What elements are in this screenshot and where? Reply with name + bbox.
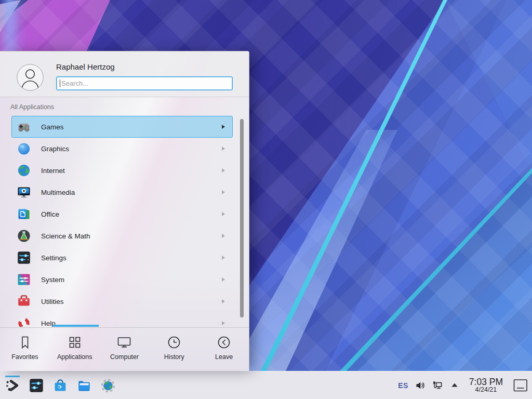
folder-icon bbox=[77, 378, 91, 393]
submenu-arrow-icon bbox=[222, 256, 225, 260]
header-divider bbox=[0, 97, 249, 97]
graphics-icon bbox=[17, 142, 31, 155]
active-task-indicator bbox=[5, 376, 20, 377]
section-label: All Applications bbox=[10, 103, 54, 111]
taskbar-launchers bbox=[5, 378, 115, 393]
leave-icon bbox=[216, 335, 232, 350]
category-graphics[interactable]: Graphics bbox=[11, 138, 233, 159]
category-multimedia[interactable]: Multimedia bbox=[11, 181, 233, 203]
clock-time: 7:03 PM bbox=[469, 377, 503, 387]
application-launcher-button[interactable] bbox=[5, 378, 20, 393]
globe-gear-icon bbox=[101, 378, 115, 393]
volume-icon[interactable] bbox=[415, 380, 425, 391]
monitor-icon bbox=[116, 335, 132, 350]
submenu-arrow-icon bbox=[222, 321, 225, 325]
search-input[interactable] bbox=[56, 76, 233, 90]
system-tray: ES bbox=[398, 380, 460, 391]
show-desktop-icon bbox=[513, 379, 528, 392]
category-help[interactable]: Help bbox=[11, 312, 233, 327]
active-tab-indicator bbox=[53, 325, 99, 327]
help-icon bbox=[17, 316, 31, 327]
submenu-arrow-icon bbox=[222, 168, 225, 172]
tab-history[interactable]: History bbox=[149, 328, 199, 371]
category-office[interactable]: Office bbox=[11, 203, 233, 225]
office-icon bbox=[17, 207, 31, 221]
submenu-arrow-icon bbox=[222, 277, 225, 282]
application-launcher-popup: Raphael Hertzog All Applications bbox=[0, 51, 249, 371]
category-settings[interactable]: Settings bbox=[11, 247, 233, 269]
tab-leave[interactable]: Leave bbox=[199, 328, 249, 371]
games-icon bbox=[17, 120, 31, 134]
taskbar: ES 7:03 PM 4/ bbox=[0, 371, 532, 399]
category-science-math[interactable]: Science & Math bbox=[11, 225, 233, 247]
list-scrollbar[interactable] bbox=[240, 119, 244, 317]
submenu-arrow-icon bbox=[222, 125, 225, 129]
user-avatar[interactable] bbox=[17, 64, 44, 91]
submenu-arrow-icon bbox=[222, 299, 225, 303]
file-manager-button[interactable] bbox=[77, 378, 91, 393]
tab-favorites[interactable]: Favorites bbox=[0, 328, 50, 371]
tab-applications[interactable]: Applications bbox=[50, 328, 100, 371]
submenu-arrow-icon bbox=[222, 147, 225, 151]
search-field-wrap bbox=[56, 76, 233, 90]
category-system[interactable]: System bbox=[11, 269, 233, 290]
submenu-arrow-icon bbox=[222, 190, 225, 194]
bookmark-icon bbox=[17, 335, 33, 350]
internet-icon bbox=[17, 164, 31, 177]
science-icon bbox=[17, 229, 31, 243]
utilities-icon bbox=[17, 295, 31, 308]
launcher-tab-bar: Favorites Applications C bbox=[0, 328, 249, 371]
submenu-arrow-icon bbox=[222, 212, 225, 216]
keyboard-layout-indicator[interactable]: ES bbox=[398, 381, 408, 390]
clock-icon bbox=[166, 335, 182, 350]
show-desktop-button[interactable] bbox=[513, 379, 528, 392]
desktop: ES 7:03 PM 4/ bbox=[0, 0, 532, 399]
system-settings-button[interactable] bbox=[29, 378, 44, 393]
system-icon bbox=[17, 273, 31, 286]
user-name: Raphael Hertzog bbox=[56, 62, 115, 71]
grid-icon bbox=[67, 335, 83, 350]
web-browser-button[interactable] bbox=[101, 378, 115, 393]
multimedia-icon bbox=[17, 185, 31, 199]
kickoff-icon bbox=[5, 378, 20, 393]
expand-tray-caret-icon[interactable] bbox=[449, 380, 460, 391]
discover-button[interactable] bbox=[53, 378, 68, 393]
bag-icon bbox=[53, 378, 68, 393]
category-internet[interactable]: Internet bbox=[11, 159, 233, 181]
category-utilities[interactable]: Utilities bbox=[11, 290, 233, 312]
category-list: Games Graphics bbox=[0, 116, 239, 327]
category-games[interactable]: Games bbox=[11, 116, 233, 138]
text-cursor bbox=[60, 79, 60, 87]
tab-computer[interactable]: Computer bbox=[100, 328, 150, 371]
network-icon[interactable] bbox=[432, 380, 443, 391]
submenu-arrow-icon bbox=[222, 234, 225, 238]
clock-date: 4/24/21 bbox=[469, 387, 503, 393]
sliders-icon bbox=[29, 378, 44, 393]
user-icon bbox=[17, 64, 44, 91]
digital-clock[interactable]: 7:03 PM 4/24/21 bbox=[469, 377, 503, 394]
settings-icon bbox=[17, 251, 31, 264]
